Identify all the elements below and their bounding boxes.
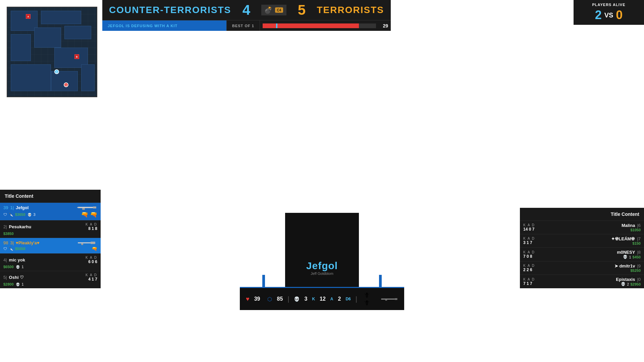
right-kad-values-4: 2 2 6 — [523, 267, 532, 272]
player-top-1: 39 1| Jefgol — [3, 205, 97, 210]
left-player-row-5: 5| Oshi ♡ K A D 4 1 7 $2800 💀 1 — [0, 271, 101, 288]
score-row: COUNTER-TERRORISTS 4 💣 C4 5 TERRORISTS — [102, 0, 391, 20]
c4-display-icon: C4 — [274, 6, 284, 14]
right-skull-money-3: 💀 1 $450 — [623, 255, 641, 259]
kad-section-5: K A D 4 1 7 — [86, 273, 97, 282]
skull-count-r5: 2 — [627, 282, 629, 286]
player-name-2: Pesukarhu — [9, 224, 31, 229]
right-kad-label-2: K A D — [523, 237, 535, 240]
svg-rect-4 — [82, 208, 85, 210]
timer-bar-container: 29 — [260, 20, 391, 31]
armor-icon: ⬡ — [267, 296, 272, 302]
player-kad-label-4: K A D — [86, 256, 97, 259]
right-money-3: $450 — [633, 255, 641, 259]
skull-icon-r3: 💀 — [623, 255, 628, 259]
svg-rect-3 — [93, 206, 96, 208]
svg-rect-12 — [381, 299, 383, 299]
right-skull-money-5: 💀 2 $2950 — [621, 282, 641, 286]
right-player-row-3: K A D 7 0 8 m0NESY |8 💀 1 $450 — [520, 247, 644, 261]
left-player-row-3: 98 3| ♥Pleakly'a♥ 🛡 🔪 $5050 🔫 — [0, 238, 101, 253]
right-kad-label-1: K A D — [523, 223, 535, 227]
left-player-row-1: 39 1| Jefgol 🛡 🔪 $3650 💀 3 🔫 🔫 — [0, 202, 101, 220]
player-name-section-2: 2| Pesukarhu — [3, 224, 31, 229]
weapon-smg-icon — [77, 240, 97, 245]
player-kad-label-5: K A D — [86, 273, 97, 277]
d-label: D6 — [345, 297, 351, 301]
right-kad-2: K A D 3 1 7 — [523, 237, 535, 245]
player-bottom-3: 🛡 🔪 $5050 🔫 — [3, 246, 97, 251]
skull-icon-4: 💀 — [16, 265, 20, 269]
timer-bar-background — [263, 23, 376, 28]
team-ct-label: COUNTER-TERRORISTS — [109, 5, 231, 15]
a-label: A — [330, 297, 333, 301]
player-name-4: mic yok — [9, 257, 25, 262]
player-bottom-5: $2800 💀 1 — [3, 282, 97, 286]
skull-count-4: 1 — [22, 265, 24, 269]
right-name-1: Malina |6 $1050 — [622, 223, 641, 232]
right-player-row-2: K A D 3 1 7 ✦☢LEÁM☢ |7 $150 — [520, 234, 644, 247]
best-of: BEST OF 1 — [226, 20, 260, 31]
right-name-slot-5: Epistaxis |0 — [616, 277, 641, 282]
right-kad-label-4: K A D — [523, 264, 535, 267]
player-name-section-5: 5| Oshi ♡ — [3, 275, 24, 280]
right-kad-values-3: 7 0 8 — [523, 254, 532, 259]
map-bombsite-a: A — [26, 14, 31, 19]
timer-bar-indicator — [276, 23, 277, 28]
team-t-label: TERRORISTS — [317, 5, 384, 15]
knife-icon-3: 🔪 — [9, 247, 13, 251]
right-player-name-3: m0NESY — [617, 250, 635, 255]
focus-kills: 12 — [320, 296, 326, 302]
right-kad-5: K A D 7 1 7 — [523, 278, 535, 286]
player-money-1: $3650 — [15, 213, 25, 217]
defusing-status: JEFGOL IS DEFUSING WITH A KIT — [102, 20, 226, 31]
skull-icon-5: 💀 — [16, 283, 20, 286]
svg-rect-11 — [385, 300, 387, 301]
svg-rect-10 — [395, 298, 397, 300]
svg-rect-5 — [77, 207, 79, 208]
heart-icon: ♥ — [246, 296, 250, 303]
skull-icon-r5: 💀 — [621, 282, 626, 286]
map-room-8 — [51, 71, 78, 91]
player-slotnum-3: 3| — [10, 240, 14, 245]
map-room-3 — [11, 34, 31, 61]
right-kad-4: K A D 2 2 6 — [523, 264, 535, 272]
map-bombsite-b: B — [74, 54, 79, 59]
right-player-row-5: K A D 7 1 7 Epistaxis |0 💀 2 $2950 — [520, 275, 644, 288]
right-name-slot-2: ✦☢LEÁM☢ |7 — [611, 236, 641, 241]
player-bottom-2: $3850 — [3, 232, 97, 236]
right-money-4: $5250 — [630, 268, 641, 273]
svg-rect-8 — [81, 243, 83, 245]
divider-1: | — [287, 295, 289, 303]
player-name-5: Oshi ♡ — [9, 275, 24, 280]
k-label: K — [312, 297, 315, 301]
right-name-slot-3: m0NESY |8 — [617, 250, 641, 255]
focus-weapon-icons: 🗡 🗡 — [363, 291, 373, 307]
skull-icon-1: 💀 — [28, 213, 32, 217]
shield-icon-3: 🛡 — [3, 247, 7, 251]
minimap-grid: 3 1 A B — [7, 7, 97, 97]
skull-count-r3: 1 — [629, 255, 631, 259]
player-name-1: Jefgol — [16, 205, 29, 210]
player-slot-4: 4| — [3, 257, 7, 262]
top-hud: COUNTER-TERRORISTS 4 💣 C4 5 TERRORISTS J… — [102, 0, 391, 31]
right-name-slot-4: ➤ dmitr1v |9 — [614, 263, 641, 268]
player-name-3: ♥Pleakly'a♥ — [16, 240, 40, 245]
bomb-icon-area: 💣 C4 — [261, 5, 286, 15]
focus-health: 39 — [254, 296, 260, 302]
player-bottom-4: $6500 💀 1 — [3, 265, 97, 269]
bomb-symbol: 💣 — [264, 6, 272, 14]
divider-2: | — [356, 295, 357, 303]
kad-section-4: K A D 6 0 6 — [86, 256, 97, 264]
player-money-5: $2800 — [3, 282, 14, 286]
score-t: 5 — [298, 2, 306, 18]
player-name-section-3: 98 3| ♥Pleakly'a♥ — [3, 240, 40, 245]
player-kad-values-2: 8 1 8 — [86, 226, 97, 231]
skull-count-1: 3 — [34, 213, 36, 217]
gun-icon-1: 🔫 🔫 — [81, 211, 97, 218]
right-player-row-1: K A D 14 0 7 Malina |6 $1050 — [520, 221, 644, 234]
right-slot-5: |0 — [637, 277, 641, 282]
player-top-4: 4| mic yok K A D 6 0 6 — [3, 256, 97, 264]
left-team-panel: Title Content 39 1| Jefgol 🛡 🔪 $3650 💀 3… — [0, 190, 101, 288]
right-kad-values-5: 7 1 7 — [523, 281, 532, 286]
player-money-3: $5050 — [15, 247, 25, 251]
